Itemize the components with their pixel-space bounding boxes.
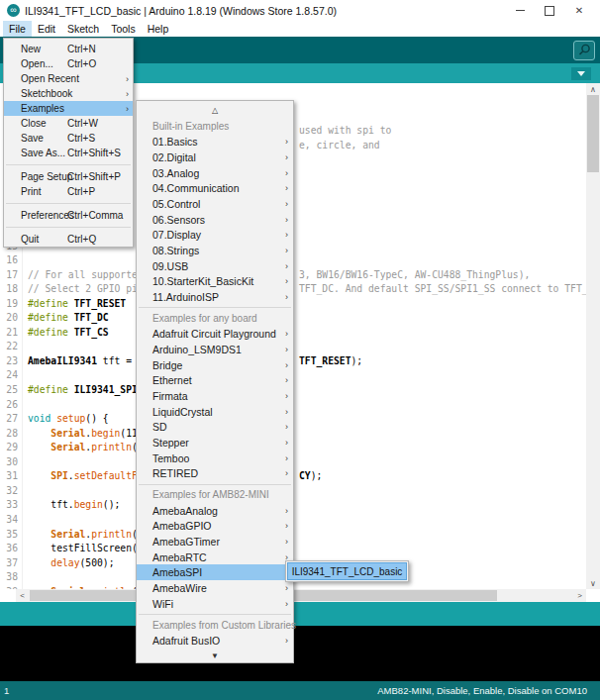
examples-menu-item-07-display[interactable]: 07.Display› bbox=[137, 227, 293, 243]
menubar-item-file[interactable]: File bbox=[3, 21, 32, 37]
examples-menu-item-10-starterkit-basickit[interactable]: 10.StarterKit_BasicKit› bbox=[137, 273, 293, 289]
menubar-item-help[interactable]: Help bbox=[142, 21, 175, 37]
examples-menu-item-06-sensors[interactable]: 06.Sensors› bbox=[137, 212, 293, 228]
submenu-arrow-icon: › bbox=[285, 453, 288, 463]
maximize-button[interactable] bbox=[535, 0, 564, 21]
menu-scroll-up-arrow-icon[interactable]: △ bbox=[137, 103, 293, 119]
examples-menu-item-08-strings[interactable]: 08.Strings› bbox=[137, 243, 293, 258]
submenu-arrow-icon: › bbox=[285, 215, 288, 225]
examples-menu-item-amebagpio[interactable]: AmebaGPIO› bbox=[137, 518, 293, 534]
file-menu-item-open-recent[interactable]: Open Recent› bbox=[4, 71, 133, 86]
file-menu-item-examples[interactable]: Examples› bbox=[4, 101, 133, 116]
scroll-down-arrow-icon[interactable]: ∨ bbox=[586, 577, 600, 589]
file-menu-item-print[interactable]: PrintCtrl+P bbox=[4, 184, 133, 199]
menubar-item-sketch[interactable]: Sketch bbox=[61, 21, 105, 37]
menu-separator bbox=[4, 223, 133, 232]
examples-menu-item-amebartc[interactable]: AmebaRTC› bbox=[137, 550, 293, 565]
minimize-button[interactable] bbox=[505, 0, 535, 21]
arduino-ide-window: ∞ ILI9341_TFT_LCD_basic | Arduino 1.8.19… bbox=[0, 0, 600, 700]
menu-scroll-down-arrow-icon[interactable]: ▼ bbox=[137, 649, 293, 664]
tab-list-button[interactable] bbox=[571, 67, 591, 80]
submenu-arrow-icon: › bbox=[285, 230, 288, 240]
examples-menu-item-09-usb[interactable]: 09.USB› bbox=[137, 258, 293, 274]
examples-menu-item-amebaanalog[interactable]: AmebaAnalog› bbox=[137, 503, 293, 519]
code-line-21: 21#define TFT_CS bbox=[0, 326, 600, 341]
scroll-up-arrow-icon[interactable]: ∧ bbox=[586, 83, 600, 95]
file-menu-item-save[interactable]: SaveCtrl+S bbox=[4, 131, 133, 146]
examples-menu-item-liquidcrystal[interactable]: LiquidCrystal› bbox=[137, 404, 293, 420]
examples-menu-item-adafruit-busio[interactable]: Adafruit BusIO› bbox=[137, 633, 293, 649]
maximize-icon bbox=[545, 6, 554, 16]
menubar-item-tools[interactable]: Tools bbox=[105, 21, 142, 37]
examples-menu-item-temboo[interactable]: Temboo› bbox=[137, 450, 293, 466]
code-line-24: 24 bbox=[0, 368, 600, 383]
serial-monitor-button[interactable] bbox=[573, 41, 595, 60]
submenu-arrow-icon: › bbox=[285, 246, 288, 255]
file-menu-item-save-as[interactable]: Save As...Ctrl+Shift+S bbox=[4, 146, 133, 160]
submenu-arrow-icon: › bbox=[285, 199, 288, 209]
current-line-indicator: 1 bbox=[4, 685, 9, 696]
examples-menu-item-11-arduinoisp[interactable]: 11.ArduinoISP› bbox=[137, 289, 293, 305]
code-line-16: 16 bbox=[0, 253, 600, 268]
chevron-down-icon bbox=[577, 71, 585, 76]
code-line-30: 30 bbox=[0, 455, 600, 470]
examples-menu-item-retired[interactable]: RETIRED› bbox=[137, 465, 293, 481]
vertical-scrollbar-thumb[interactable] bbox=[587, 95, 599, 172]
file-menu-item-open[interactable]: Open...Ctrl+O bbox=[4, 56, 133, 71]
file-menu-item-sketchbook[interactable]: Sketchbook› bbox=[4, 86, 133, 101]
examples-menu-item-adafruit-circuit-playground[interactable]: Adafruit Circuit Playground› bbox=[137, 326, 293, 342]
examples-menu-item-ethernet[interactable]: Ethernet› bbox=[137, 372, 293, 388]
examples-menu-item-wifi[interactable]: WiFi› bbox=[137, 596, 293, 612]
file-menu-item-preferences[interactable]: PreferencesCtrl+Comma bbox=[4, 208, 133, 223]
submenu-arrow-icon: › bbox=[126, 74, 129, 84]
minimize-icon bbox=[516, 10, 525, 11]
code-line-17: 17// For all supported3, BW16/BW16-TypeC… bbox=[0, 268, 600, 283]
status-message-bar bbox=[0, 602, 600, 626]
examples-menu-item-amebaspi[interactable]: AmebaSPI› bbox=[137, 564, 293, 580]
file-menu-item-close[interactable]: CloseCtrl+W bbox=[4, 116, 133, 131]
code-line-28: 28 Serial.begin(11 bbox=[0, 427, 600, 442]
window-title: ILI9341_TFT_LCD_basic | Arduino 1.8.19 (… bbox=[25, 5, 337, 17]
examples-menu-item-amebawire[interactable]: AmebaWire› bbox=[137, 580, 293, 596]
examples-menu-item-04-communication[interactable]: 04.Communication› bbox=[137, 180, 293, 196]
code-line-19: 19#define TFT_RESET bbox=[0, 297, 600, 312]
submenu-arrow-icon: › bbox=[285, 360, 288, 370]
line-status-bar: 1 AMB82-MINI, Disable, Enable, Disable o… bbox=[0, 681, 600, 700]
file-menu-item-quit[interactable]: QuitCtrl+Q bbox=[4, 232, 133, 247]
menu-item-ili9341-tft-lcd-basic[interactable]: ILI9341_TFT_LCD_basic bbox=[287, 562, 407, 580]
examples-menu-item-arduino-lsm9ds1[interactable]: Arduino_LSM9DS1› bbox=[137, 342, 293, 357]
examples-menu-item-01-basics[interactable]: 01.Basics› bbox=[137, 134, 293, 150]
horizontal-scrollbar[interactable]: < > bbox=[0, 589, 600, 602]
submenu-arrow-icon: › bbox=[285, 292, 288, 302]
menu-separator bbox=[4, 199, 133, 208]
submenu-arrow-icon: › bbox=[285, 468, 288, 478]
code-line-32: 32 bbox=[0, 484, 600, 499]
menu-section-header-built-in-examples: Built-in Examples bbox=[137, 119, 293, 135]
submenu-arrow-icon: › bbox=[285, 422, 288, 432]
code-line-22: 22 bbox=[0, 340, 600, 354]
examples-menu-item-amebagtimer[interactable]: AmebaGTimer› bbox=[137, 534, 293, 550]
board-port-status: AMB82-MINI, Disable, Enable, Disable on … bbox=[377, 685, 587, 696]
menu-section-header-examples-from-custom-libraries: Examples from Custom Libraries bbox=[137, 618, 293, 634]
examples-menu-item-05-control[interactable]: 05.Control› bbox=[137, 196, 293, 212]
code-line-18: 18// Select 2 GPIO pinTFT_DC. And defaul… bbox=[0, 282, 600, 297]
examples-menu-item-bridge[interactable]: Bridge› bbox=[137, 357, 293, 373]
examples-menu-item-03-analog[interactable]: 03.Analog› bbox=[137, 165, 293, 181]
code-line-33: 33 tft.begin(); bbox=[0, 498, 600, 513]
close-icon: ✕ bbox=[575, 6, 583, 16]
scroll-left-arrow-icon[interactable]: < bbox=[16, 589, 29, 602]
code-line-23: 23AmebaILI9341 tft = TFT_RESET); bbox=[0, 354, 600, 369]
examples-menu-item-firmata[interactable]: Firmata› bbox=[137, 388, 293, 404]
examples-menu-item-stepper[interactable]: Stepper› bbox=[137, 435, 293, 450]
menubar-item-edit[interactable]: Edit bbox=[32, 21, 61, 37]
file-menu-item-page-setup[interactable]: Page SetupCtrl+Shift+P bbox=[4, 169, 133, 184]
code-line-26: 26 bbox=[0, 398, 600, 413]
examples-menu-item-02-digital[interactable]: 02.Digital› bbox=[137, 150, 293, 165]
close-button[interactable]: ✕ bbox=[564, 0, 594, 21]
code-line-36: 36 testFillScreen( bbox=[0, 542, 600, 556]
vertical-scrollbar[interactable]: ∧ ∨ bbox=[586, 83, 600, 589]
file-menu-item-new[interactable]: NewCtrl+N bbox=[4, 42, 133, 56]
examples-menu-item-sd[interactable]: SD› bbox=[137, 419, 293, 435]
submenu-arrow-icon: › bbox=[285, 521, 288, 531]
scroll-right-arrow-icon[interactable]: > bbox=[573, 589, 586, 602]
